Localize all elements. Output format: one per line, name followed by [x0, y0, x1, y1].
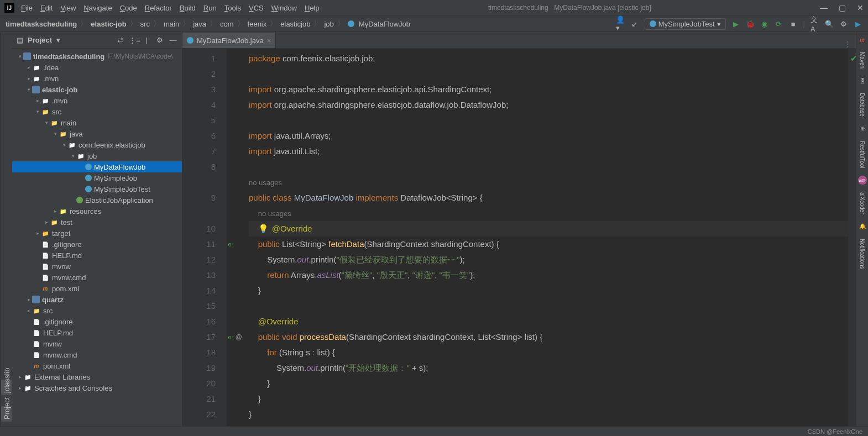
code-line[interactable]: [249, 159, 848, 175]
breadcrumb-item[interactable]: feenix: [248, 20, 267, 28]
code-line[interactable]: import org.apache.shardingsphere.elastic…: [249, 82, 848, 97]
code-line[interactable]: }: [249, 283, 848, 298]
code-line[interactable]: [249, 422, 848, 426]
run-icon[interactable]: ▶: [731, 19, 740, 28]
tree-item[interactable]: .gitignore: [12, 239, 182, 250]
tree-item[interactable]: ▾job: [12, 150, 182, 161]
breadcrumb-item[interactable]: elasticjob: [280, 20, 310, 28]
tree-item[interactable]: mvnw.cmd: [12, 349, 182, 360]
tabs-menu-icon[interactable]: ⋮: [840, 40, 856, 48]
right-tab-maven[interactable]: Maven: [859, 52, 865, 69]
breadcrumb-item[interactable]: main: [164, 20, 179, 28]
tree-item[interactable]: ▾elastic-job: [12, 84, 182, 95]
left-tab-jclasslib[interactable]: jclasslib: [1, 380, 12, 395]
tree-item[interactable]: pom.xml: [12, 283, 182, 294]
project-tree[interactable]: ▾timedtaskschedulingF:\MyNuts\MCA\code\▸…: [12, 49, 182, 426]
tree-item[interactable]: ElasticJobApplication: [12, 195, 182, 206]
code-editor[interactable]: 1234567891011o↑121314151617o↑@1819202122…: [182, 49, 856, 426]
tree-item[interactable]: ▾com.feenix.elasticjob: [12, 139, 182, 150]
select-opened-icon[interactable]: ⇄: [116, 36, 124, 44]
menu-help[interactable]: Help: [305, 4, 320, 12]
tree-item[interactable]: HELP.md: [12, 250, 182, 261]
code-line[interactable]: }: [249, 376, 848, 391]
tree-item[interactable]: ▸External Libraries: [12, 371, 182, 382]
search-icon[interactable]: 🔍: [825, 19, 834, 28]
profile-icon[interactable]: ⟳: [775, 19, 783, 28]
code-line[interactable]: public void processData(ShardingContext …: [249, 329, 848, 345]
tree-item[interactable]: MyDataFlowJob: [12, 161, 182, 172]
tree-item[interactable]: ▸.mvn: [12, 73, 182, 84]
menu-refactor[interactable]: Refactor: [145, 4, 172, 12]
code-line[interactable]: [249, 298, 848, 314]
tree-item[interactable]: ▾timedtaskschedulingF:\MyNuts\MCA\code\: [12, 51, 182, 62]
right-tab-database[interactable]: Database: [859, 93, 865, 117]
back-icon[interactable]: ↙: [630, 19, 639, 28]
menu-edit[interactable]: Edit: [40, 4, 53, 12]
menu-view[interactable]: View: [60, 4, 76, 12]
minimize-button[interactable]: —: [820, 3, 828, 12]
translate-icon[interactable]: 文A: [811, 19, 819, 28]
maven-icon[interactable]: m: [858, 35, 867, 44]
right-tab-restful[interactable]: RestfulTool: [859, 141, 865, 168]
tree-item[interactable]: pom.xml: [12, 360, 182, 371]
code-line[interactable]: System.out.println("假装已经获取到了想要的数据~~");: [249, 252, 848, 267]
hide-icon[interactable]: —: [169, 36, 177, 44]
menu-run[interactable]: Run: [203, 4, 217, 12]
tree-item[interactable]: ▾main: [12, 117, 182, 128]
code-line[interactable]: return Arrays.asList("黛绮丝", "殷天正", "谢逊",…: [249, 267, 848, 283]
menu-file[interactable]: File: [21, 4, 33, 12]
left-tab-project[interactable]: Project: [1, 406, 12, 422]
breadcrumb-item[interactable]: java: [193, 20, 206, 28]
breadcrumb-item[interactable]: com: [220, 20, 234, 28]
database-icon[interactable]: 🗄: [858, 76, 867, 85]
code-line[interactable]: public class MyDataFlowJob implements Da…: [249, 190, 848, 206]
code-line[interactable]: @Override: [249, 314, 848, 329]
tree-item[interactable]: ▸quartz: [12, 294, 182, 305]
code-line[interactable]: public List<String> fetchData(ShardingCo…: [249, 237, 848, 252]
code-line[interactable]: package com.feenix.elasticjob.job;: [249, 51, 848, 66]
chevron-down-icon[interactable]: ▾: [56, 36, 60, 44]
code-line[interactable]: for (String s : list) {: [249, 345, 848, 360]
code-line[interactable]: import java.util.List;: [249, 144, 848, 159]
debug-icon[interactable]: 🐞: [746, 19, 755, 28]
breadcrumb-item[interactable]: elastic-job: [91, 20, 126, 28]
code-line[interactable]: [249, 66, 848, 82]
project-view-icon[interactable]: ▤: [17, 36, 23, 44]
breadcrumb-item[interactable]: MyDataFlowJob: [359, 20, 410, 28]
stop-icon[interactable]: ■: [789, 19, 798, 28]
run-configuration-selector[interactable]: MySimpleJobTest ▾: [645, 18, 726, 30]
code-line[interactable]: import org.apache.shardingsphere.elastic…: [249, 97, 848, 113]
breadcrumb-item[interactable]: job: [324, 20, 333, 28]
aixcoder-icon[interactable]: aiX: [858, 176, 867, 185]
close-tab-icon[interactable]: ×: [267, 36, 271, 45]
menu-code[interactable]: Code: [120, 4, 137, 12]
menu-tools[interactable]: Tools: [224, 4, 241, 12]
editor-tab[interactable]: MyDataFlowJob.java ×: [182, 33, 276, 48]
menu-build[interactable]: Build: [180, 4, 196, 12]
close-button[interactable]: ✕: [857, 3, 864, 12]
breadcrumb-item[interactable]: timedtaskscheduling: [6, 20, 77, 28]
code-line[interactable]: no usages: [249, 175, 848, 190]
tree-item[interactable]: ▸test: [12, 217, 182, 228]
tree-item[interactable]: MySimpleJobTest: [12, 183, 182, 195]
menu-window[interactable]: Window: [271, 4, 297, 12]
menu-navigate[interactable]: Navigate: [83, 4, 112, 12]
tree-item[interactable]: HELP.md: [12, 327, 182, 338]
tree-item[interactable]: ▸resources: [12, 206, 182, 217]
breadcrumb-item[interactable]: src: [140, 20, 150, 28]
tree-item[interactable]: ▾src: [12, 106, 182, 117]
code-line[interactable]: no usages: [249, 206, 848, 221]
right-tab-aixcoder[interactable]: aiXcoder: [859, 192, 865, 214]
notifications-icon[interactable]: 🔔: [858, 222, 867, 231]
tree-item[interactable]: mvnw.cmd: [12, 272, 182, 283]
code-line[interactable]: [249, 113, 848, 128]
tree-item[interactable]: mvnw: [12, 261, 182, 272]
tree-item[interactable]: .gitignore: [12, 316, 182, 327]
tree-item[interactable]: ▸Scratches and Consoles: [12, 382, 182, 393]
code-line[interactable]: }: [249, 391, 848, 407]
expand-icon[interactable]: ⋮≡: [129, 36, 138, 44]
play-circle-icon[interactable]: ▶: [854, 19, 862, 28]
tree-item[interactable]: mvnw: [12, 338, 182, 349]
tree-item[interactable]: MySimpleJob: [12, 172, 182, 183]
user-icon[interactable]: 👤▾: [616, 19, 625, 28]
